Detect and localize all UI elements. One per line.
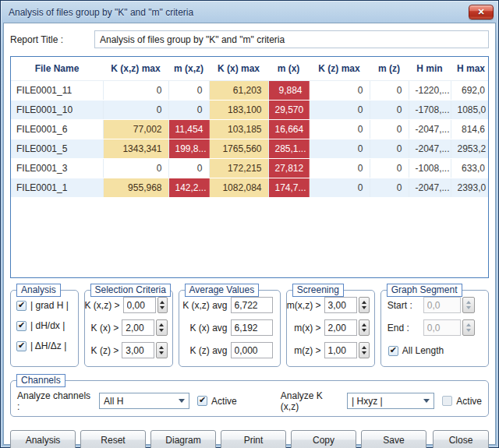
checkbox-k-active-label: Active [456,396,482,407]
col-header-kz-max: K (z) max [309,57,370,80]
dialog-buttons: Analysis Reset Diagram Print Copy Save C… [10,430,489,448]
kxz-threshold-stepper[interactable] [157,297,168,313]
checkbox-dh-dz-label: | ΔH/Δz | [30,340,66,351]
spin-down-icon[interactable] [362,329,366,332]
segment-end-input [423,319,461,336]
mxz-threshold-input[interactable] [324,297,357,313]
cell-file-name: FILE0001_5 [11,139,103,158]
cell-kz-max: 0 [309,80,370,100]
group-analysis-title: Analysis [16,284,61,297]
table-row[interactable]: FILE0001_1 955,968 142,2... 1082,084 174… [11,178,489,197]
col-header-kx-max: K (x) max [209,57,268,80]
group-graph-segment: Graph Segment Start : End : [380,290,489,367]
spin-down-icon [466,329,471,332]
cell-h-min: -2047,... [409,119,451,139]
kx-avg-field[interactable] [231,319,273,336]
col-header-h-max: H max [451,57,489,80]
kz-threshold-label: K (z) > [85,345,119,356]
checkbox-channels-active[interactable] [197,396,207,406]
group-graph-segment-title: Graph Segment [387,284,462,297]
group-selection-criteria: Selection Criteria K (x,z) > K (x) > [84,290,173,367]
spin-up-icon [466,301,471,304]
table-header-row: File Name K (x,z) max m (x,z) K (x) max … [11,57,489,80]
chevron-down-icon [423,399,430,403]
report-title-row: Report Title : [10,30,489,48]
report-title-input[interactable] [94,30,489,48]
spin-up-icon[interactable] [362,346,366,349]
save-button[interactable]: Save [361,430,426,448]
col-header-kxz-max: K (x,z) max [103,57,168,80]
table-row[interactable]: FILE0001_11 0 0 61,203 9,884 0 0 -1220,.… [11,80,489,100]
mx-threshold-stepper[interactable] [359,319,370,336]
cell-mz: 0 [370,158,409,178]
kz-threshold-stepper[interactable] [156,342,167,358]
cell-h-max: 692,0 [451,80,489,100]
spin-up-icon[interactable] [159,346,164,349]
kz-avg-field[interactable] [231,342,273,358]
reset-button[interactable]: Reset [80,430,146,448]
checkbox-dh-dz[interactable] [16,341,27,351]
analyze-channels-select[interactable]: All H [99,393,189,409]
report-title-label: Report Title : [10,34,94,45]
mx-threshold-input[interactable] [324,319,357,336]
cell-kz-max: 0 [309,100,370,119]
mz-threshold-input[interactable] [324,342,357,358]
cell-kx-max: 103,185 [209,119,268,139]
kx-threshold-input[interactable] [122,319,154,336]
close-button[interactable]: ✕ [469,5,494,19]
cell-mx: 29,570 [268,100,309,119]
spin-down-icon[interactable] [160,306,165,309]
col-header-mz: m (z) [370,57,409,80]
spin-up-icon[interactable] [160,301,165,304]
spin-down-icon[interactable] [159,329,164,332]
titlebar[interactable]: Analysis of files group by "K" and "m" c… [1,1,498,23]
table-row[interactable]: FILE0001_10 0 0 183,100 29,570 0 0 -1708… [11,100,489,119]
kxz-avg-label: K (x,z) avg [179,300,228,311]
mxz-threshold-stepper[interactable] [359,297,370,313]
kx-threshold-stepper[interactable] [156,319,167,336]
cell-h-max: 814,6 [451,119,489,139]
cell-file-name: FILE0001_6 [11,119,103,139]
checkbox-grad-h[interactable] [16,301,27,311]
cell-kxz-max: 77,002 [103,119,168,139]
cell-mxz: 199,8... [168,139,209,158]
checkbox-k-active[interactable] [442,396,452,406]
table-row[interactable]: FILE0001_3 0 0 172,215 27,812 0 0 -1008,… [11,158,489,178]
cell-mz: 0 [370,80,409,100]
analysis-button[interactable]: Analysis [10,430,76,448]
spin-down-icon[interactable] [362,306,366,309]
kz-threshold-input[interactable] [122,342,154,358]
mxz-threshold-label: m(x,z) > [287,300,321,311]
kxz-avg-field[interactable] [231,297,273,313]
spin-down-icon[interactable] [159,351,164,355]
cell-mx: 9,884 [268,80,309,100]
checkbox-all-length[interactable] [388,346,398,356]
cell-kz-max: 0 [309,139,370,158]
table-row[interactable]: FILE0001_5 1343,341 199,8... 1765,560 28… [11,139,489,158]
kxz-threshold-input[interactable] [123,297,156,313]
cell-mx: 174,7... [268,178,309,197]
cell-kxz-max: 1343,341 [103,139,168,158]
print-button[interactable]: Print [221,430,286,448]
analyze-channels-label: Analyze channels : [17,390,94,412]
close-icon: ✕ [477,5,484,18]
close-dialog-button[interactable]: Close [433,430,489,448]
copy-button[interactable]: Copy [291,430,356,448]
diagram-button[interactable]: Diagram [150,430,216,448]
table-row[interactable]: FILE0001_6 77,002 11,454 103,185 16,664 … [11,119,489,139]
spin-up-icon[interactable] [159,323,164,326]
mz-threshold-stepper[interactable] [359,342,370,358]
spin-up-icon[interactable] [362,323,366,326]
cell-kx-max: 61,203 [209,80,268,100]
group-screening: Screening m(x,z) > m(x) > [286,290,375,367]
cell-mz: 0 [370,119,409,139]
checkbox-dh-dx[interactable] [16,321,27,331]
spin-up-icon[interactable] [362,301,366,304]
mx-threshold-label: m(x) > [287,323,321,333]
cell-h-max: 1085,0 [451,100,489,119]
cell-kz-max: 0 [309,119,370,139]
spin-down-icon[interactable] [362,351,366,355]
checkbox-dh-dx-label: | dH/dx | [30,320,65,331]
analyze-k-select[interactable]: | Hxyz | [347,393,434,409]
cell-kz-max: 0 [309,178,370,197]
